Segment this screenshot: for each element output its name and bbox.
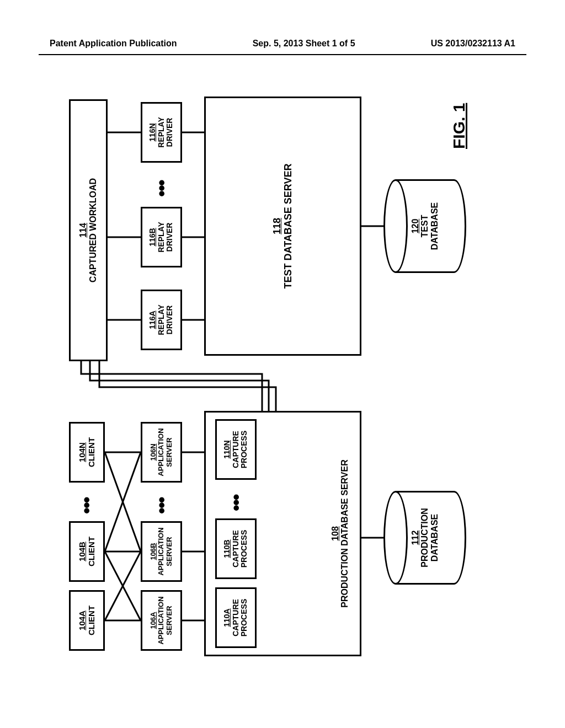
client-n-label: CLIENT (87, 437, 97, 467)
client-b-ref: 104B (78, 542, 87, 561)
appserver-n-l1: APPLICATION (157, 428, 165, 476)
replay-b-ref: 116B (148, 228, 157, 246)
captured-workload-ref: 114 (78, 223, 88, 238)
appserver-n-ref: 106N (150, 443, 157, 461)
replay-b-l1: REPLAY (157, 222, 166, 253)
header-right: US 2013/0232113 A1 (431, 39, 515, 49)
replay-a-l1: REPLAY (157, 304, 166, 335)
svg-line-1 (105, 552, 141, 620)
page-header: Patent Application Publication Sep. 5, 2… (0, 39, 565, 49)
capture-a-l2: PROCESS (240, 599, 248, 636)
replay-b: 116B REPLAY DRIVER (141, 207, 182, 267)
replay-ellipsis: ••• (151, 180, 172, 197)
replay-a-ref: 116A (148, 311, 157, 329)
client-b: 104B CLIENT (69, 521, 105, 582)
test-database: 120 TEST DATABASE (383, 179, 466, 273)
test-db-l2: DATABASE (430, 202, 440, 250)
appserver-a-l1: APPLICATION (157, 596, 165, 644)
replay-n-ref: 116N (148, 123, 157, 141)
test-db-server-ref: 118 (272, 218, 283, 234)
capture-a-ref: 110A (223, 608, 231, 627)
figure: 104A CLIENT 104B CLIENT ••• 104N CLIENT … (52, 83, 494, 662)
replay-n-l2: DRIVER (166, 118, 174, 147)
test-db-server-label: TEST DATABASE SERVER (283, 163, 294, 288)
production-db-server-ref: 108 (331, 526, 340, 541)
svg-line-4 (105, 452, 141, 552)
capture-n-l1: CAPTURE (232, 431, 240, 468)
appserver-a-ref: 106A (150, 612, 157, 629)
capture-b-l2: PROCESS (240, 530, 248, 568)
capture-a-l1: CAPTURE (232, 599, 240, 636)
client-a-label: CLIENT (87, 606, 97, 635)
production-db-l2: DATABASE (430, 514, 440, 562)
capture-n-l2: PROCESS (240, 431, 248, 468)
figure-label: FIG. 1 (450, 103, 468, 149)
capture-a: 110A CAPTURE PROCESS (215, 587, 257, 648)
production-db-server-label: PRODUCTION DATABASE SERVER (340, 459, 350, 607)
production-db-ref: 112 (411, 531, 420, 545)
replay-n: 116N REPLAY DRIVER (141, 102, 182, 163)
client-n: 104N CLIENT (69, 422, 105, 483)
client-n-ref: 104N (78, 442, 87, 462)
captured-workload-label: CAPTURED WORKLOAD (88, 178, 98, 282)
clients-ellipsis: ••• (76, 497, 97, 514)
header-rule (39, 54, 526, 55)
capture-n-ref: 110N (223, 440, 231, 458)
appserver-b: 106B APPLICATION SERVER (141, 521, 182, 582)
header-left: Patent Application Publication (50, 39, 177, 49)
appservers-ellipsis: ••• (151, 497, 172, 514)
replay-b-l2: DRIVER (166, 223, 174, 252)
client-a: 104A CLIENT (69, 590, 105, 651)
client-a-ref: 104A (78, 611, 87, 630)
appserver-n: 106N APPLICATION SERVER (141, 422, 182, 483)
replay-a-l2: DRIVER (166, 306, 174, 335)
svg-line-5 (105, 452, 141, 552)
capture-b: 110B CAPTURE PROCESS (215, 518, 257, 579)
header-center: Sep. 5, 2013 Sheet 1 of 5 (253, 39, 355, 49)
replay-n-l1: REPLAY (157, 117, 166, 148)
production-db-l1: PRODUCTION (420, 508, 430, 568)
appserver-b-l2: SERVER (166, 537, 173, 566)
test-db-ref: 120 (411, 219, 420, 234)
appserver-a: 106A APPLICATION SERVER (141, 590, 182, 651)
captured-workload: 114 CAPTURED WORKLOAD (69, 99, 108, 361)
appserver-b-l1: APPLICATION (157, 527, 165, 575)
capture-n: 110N CAPTURE PROCESS (215, 419, 257, 480)
appserver-a-l2: SERVER (166, 606, 173, 635)
test-db-server: 118 TEST DATABASE SERVER (204, 97, 361, 356)
appserver-n-l2: SERVER (166, 437, 173, 467)
capture-b-ref: 110B (223, 539, 231, 558)
capture-ellipsis: ••• (225, 495, 247, 511)
test-db-l1: TEST (420, 215, 430, 238)
production-database: 112 PRODUCTION DATABASE (383, 491, 466, 585)
replay-a: 116A REPLAY DRIVER (141, 290, 182, 350)
appserver-b-ref: 106B (150, 543, 157, 560)
svg-line-2 (105, 552, 141, 620)
client-b-label: CLIENT (87, 537, 97, 566)
capture-b-l1: CAPTURE (232, 530, 240, 568)
